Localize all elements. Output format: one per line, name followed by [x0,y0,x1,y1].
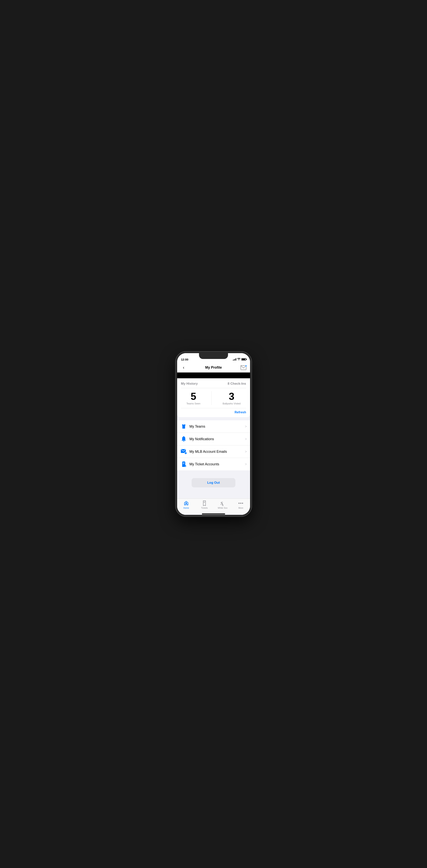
tickets-icon [202,500,207,506]
tab-more[interactable]: More [232,500,250,509]
my-mlb-emails-label: My MLB Account Emails [189,450,245,454]
svg-rect-1 [183,436,184,437]
menu-section: My Teams > My Notifications > [177,420,250,470]
shirt-icon [180,423,187,430]
tab-whitesox[interactable]: S x White Sox [214,500,232,509]
ticket-icon: @ [180,461,187,468]
more-icon [238,500,243,506]
tab-tickets[interactable]: Tickets [195,500,214,509]
my-notifications-label: My Notifications [189,437,245,441]
mlb-email-icon: ! [180,448,187,455]
menu-item-my-notifications[interactable]: My Notifications > [177,433,250,445]
history-bottom-divider [181,408,246,408]
svg-text:x: x [222,503,223,506]
tab-home[interactable]: Home [177,500,195,509]
black-banner [177,372,250,378]
nav-header: ‹ My Profile [177,363,250,372]
ballparks-label: Ballparks Visted [222,402,241,405]
tab-whitesox-label: White Sox [218,507,227,509]
signal-bars-icon [233,358,236,361]
battery-fill [242,359,245,360]
mail-envelope-wrapper [241,365,246,370]
history-stats: 5 Teams Seen 3 Ballparks Visted [181,391,246,405]
bell-icon [180,436,187,442]
history-card: My History 8 Check-Ins 5 Teams Seen 3 Ba… [177,378,250,417]
svg-point-14 [239,503,240,504]
menu-item-my-teams[interactable]: My Teams > [177,420,250,433]
signal-bar-1 [233,360,234,361]
back-icon: ‹ [183,365,184,370]
teams-seen-stat: 5 Teams Seen [186,391,200,405]
stat-divider [211,391,212,405]
checkins-label: 8 Check-Ins [227,382,246,386]
ballparks-count: 3 [229,391,234,401]
notification-dot [245,365,247,367]
svg-text:@: @ [185,466,186,467]
signal-bar-4 [236,358,236,361]
battery-icon [241,358,246,361]
home-icon [184,500,189,506]
my-teams-label: My Teams [189,425,245,429]
teams-seen-label: Teams Seen [186,402,200,405]
svg-point-16 [242,503,243,504]
main-content: My History 8 Check-Ins 5 Teams Seen 3 Ba… [177,378,250,498]
home-indicator [177,514,250,515]
phone-frame: 12:00 [176,351,252,517]
my-ticket-accounts-chevron: > [245,462,247,466]
svg-text:!: ! [185,453,186,454]
mail-button[interactable] [240,364,247,371]
svg-rect-9 [186,502,187,503]
svg-point-3 [184,452,187,454]
history-header: My History 8 Check-Ins [181,382,246,386]
signal-bar-3 [235,359,235,361]
history-title: My History [181,382,198,386]
back-button[interactable]: ‹ [180,364,187,371]
tab-home-label: Home [183,507,189,509]
notch [199,353,228,359]
status-time: 12:00 [181,358,188,361]
my-notifications-chevron: > [245,437,247,441]
ballparks-stat: 3 Ballparks Visted [222,391,241,405]
tab-bar: Home Tickets S x [177,498,250,514]
home-indicator-bar [202,514,225,515]
logout-button[interactable]: Log Out [192,478,235,487]
menu-item-mlb-emails[interactable]: ! My MLB Account Emails > [177,445,250,458]
logout-section: Log Out [177,473,250,492]
tab-more-label: More [239,507,243,509]
signal-bar-2 [234,359,234,361]
refresh-button[interactable]: Refresh [235,411,246,414]
history-divider [181,388,246,388]
menu-item-ticket-accounts[interactable]: @ My Ticket Accounts > [177,458,250,470]
my-mlb-emails-chevron: > [245,450,247,454]
phone-screen: 12:00 [177,353,250,515]
svg-rect-8 [183,464,184,464]
my-teams-chevron: > [245,425,247,429]
teams-seen-count: 5 [191,391,196,401]
page-title: My Profile [205,366,222,370]
tab-tickets-label: Tickets [201,507,208,509]
wifi-icon [237,358,240,361]
whitesox-icon: S x [220,500,225,506]
svg-rect-7 [183,463,185,463]
my-ticket-accounts-label: My Ticket Accounts [189,462,245,466]
refresh-button-container[interactable]: Refresh [181,411,246,414]
status-icons [233,358,246,361]
svg-point-15 [240,503,241,504]
